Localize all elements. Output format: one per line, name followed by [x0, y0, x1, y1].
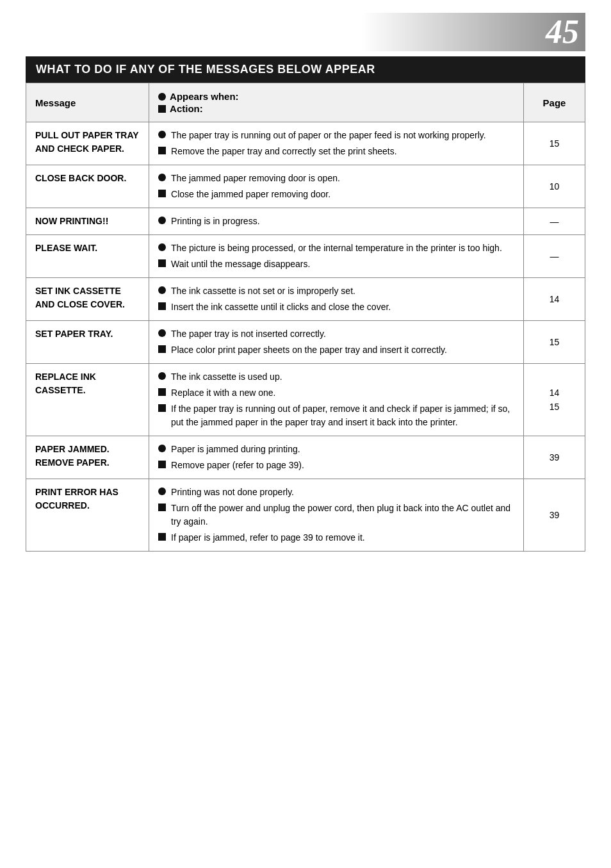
table-row: PLEASE WAIT.The picture is being process…	[26, 235, 585, 278]
action-text: If the paper tray is running out of pape…	[171, 402, 514, 429]
square-bullet-icon	[158, 504, 166, 511]
circle-bullet-icon	[158, 286, 166, 294]
action-text: Paper is jammed during printing.	[171, 443, 514, 456]
circle-bullet-icon	[158, 243, 166, 251]
message-cell: REPLACE INK CASSETTE.	[26, 364, 149, 436]
action-cell: The ink cassette is used up.Replace it w…	[149, 364, 524, 436]
action-text: If paper is jammed, refer to page 39 to …	[171, 531, 514, 545]
page-number-bar: 45	[26, 13, 585, 51]
page-ref: 14	[550, 388, 560, 398]
page-cell: 1415	[523, 364, 585, 436]
action-item: Close the jammed paper removing door.	[158, 188, 514, 201]
action-text: The picture is being processed, or the i…	[171, 242, 514, 255]
circle-bullet-icon	[158, 131, 166, 138]
action-text: The ink cassette is not set or is improp…	[171, 284, 514, 298]
page-cell: 14	[523, 278, 585, 321]
message-cell: SET INK CASSETTE AND CLOSE COVER.	[26, 278, 149, 321]
page-cell: 10	[523, 165, 585, 208]
message-cell: PLEASE WAIT.	[26, 235, 149, 278]
action-item: Replace it with a new one.	[158, 386, 514, 400]
action-item: Wait until the message disappears.	[158, 258, 514, 271]
action-cell: The paper tray is not inserted correctly…	[149, 321, 524, 364]
action-text: Close the jammed paper removing door.	[171, 188, 514, 201]
square-bullet-icon	[158, 533, 166, 541]
circle-bullet-icon	[158, 445, 166, 452]
action-item: Insert the ink cassette until it clicks …	[158, 300, 514, 314]
action-text: Printing was not done properly.	[171, 486, 514, 499]
square-icon	[158, 105, 166, 113]
table-row: REPLACE INK CASSETTE.The ink cassette is…	[26, 364, 585, 436]
header-page: Page	[523, 83, 585, 122]
square-bullet-icon	[158, 404, 166, 412]
action-text: The paper tray is running out of paper o…	[171, 129, 514, 142]
message-cell: SET PAPER TRAY.	[26, 321, 149, 364]
action-cell: Printing is in progress.	[149, 208, 524, 235]
table-row: SET PAPER TRAY.The paper tray is not ins…	[26, 321, 585, 364]
circle-bullet-icon	[158, 217, 166, 224]
action-item: Place color print paper sheets on the pa…	[158, 343, 514, 357]
action-text: Place color print paper sheets on the pa…	[171, 343, 514, 357]
table-row: SET INK CASSETTE AND CLOSE COVER.The ink…	[26, 278, 585, 321]
square-bullet-icon	[158, 259, 166, 267]
action-item: Paper is jammed during printing.	[158, 443, 514, 456]
action-item: Remove paper (refer to page 39).	[158, 459, 514, 472]
action-text: Turn off the power and unplug the power …	[171, 502, 514, 528]
action-text: Remove paper (refer to page 39).	[171, 459, 514, 472]
page-ref: 15	[550, 402, 560, 412]
circle-bullet-icon	[158, 487, 166, 495]
action-text: Replace it with a new one.	[171, 386, 514, 400]
page-cell: 15	[523, 321, 585, 364]
table-row: CLOSE BACK DOOR.The jammed paper removin…	[26, 165, 585, 208]
action-text: Printing is in progress.	[171, 215, 514, 228]
action-item: The jammed paper removing door is open.	[158, 172, 514, 185]
action-item: The paper tray is running out of paper o…	[158, 129, 514, 142]
square-bullet-icon	[158, 302, 166, 310]
table-row: PRINT ERROR HAS OCCURRED.Printing was no…	[26, 479, 585, 552]
table-row: NOW PRINTING!!Printing is in progress.—	[26, 208, 585, 235]
header-message: Message	[26, 83, 149, 122]
action-cell: The ink cassette is not set or is improp…	[149, 278, 524, 321]
action-text: The paper tray is not inserted correctly…	[171, 327, 514, 341]
section-header: WHAT TO DO IF ANY OF THE MESSAGES BELOW …	[26, 56, 585, 83]
action-text: The jammed paper removing door is open.	[171, 172, 514, 185]
action-cell: Paper is jammed during printing.Remove p…	[149, 436, 524, 479]
table-row: PAPER JAMMED. REMOVE PAPER.Paper is jamm…	[26, 436, 585, 479]
page-number: 45	[546, 15, 579, 49]
message-cell: CLOSE BACK DOOR.	[26, 165, 149, 208]
action-cell: The paper tray is running out of paper o…	[149, 122, 524, 165]
messages-table: Message Appears when: Action: Page PULL …	[26, 83, 585, 552]
action-item: If the paper tray is running out of pape…	[158, 402, 514, 429]
square-bullet-icon	[158, 147, 166, 154]
page-cell: —	[523, 235, 585, 278]
action-text: Wait until the message disappears.	[171, 258, 514, 271]
action-item: Remove the paper tray and correctly set …	[158, 145, 514, 158]
page-cell: 39	[523, 479, 585, 552]
action-item: The paper tray is not inserted correctly…	[158, 327, 514, 341]
square-bullet-icon	[158, 461, 166, 468]
page-cell: —	[523, 208, 585, 235]
action-cell: The picture is being processed, or the i…	[149, 235, 524, 278]
square-bullet-icon	[158, 190, 166, 197]
square-bullet-icon	[158, 345, 166, 353]
circle-bullet-icon	[158, 372, 166, 380]
action-item: The ink cassette is not set or is improp…	[158, 284, 514, 298]
square-bullet-icon	[158, 388, 166, 396]
message-cell: PAPER JAMMED. REMOVE PAPER.	[26, 436, 149, 479]
circle-bullet-icon	[158, 174, 166, 181]
action-item: Printing is in progress.	[158, 215, 514, 228]
action-cell: The jammed paper removing door is open.C…	[149, 165, 524, 208]
action-text: Insert the ink cassette until it clicks …	[171, 300, 514, 314]
table-row: PULL OUT PAPER TRAY AND CHECK PAPER.The …	[26, 122, 585, 165]
message-cell: PRINT ERROR HAS OCCURRED.	[26, 479, 149, 552]
action-item: Printing was not done properly.	[158, 486, 514, 499]
page-cell: 39	[523, 436, 585, 479]
action-item: Turn off the power and unplug the power …	[158, 502, 514, 528]
message-cell: NOW PRINTING!!	[26, 208, 149, 235]
action-text: Remove the paper tray and correctly set …	[171, 145, 514, 158]
message-cell: PULL OUT PAPER TRAY AND CHECK PAPER.	[26, 122, 149, 165]
action-item: The picture is being processed, or the i…	[158, 242, 514, 255]
header-appears: Appears when: Action:	[149, 83, 524, 122]
action-cell: Printing was not done properly.Turn off …	[149, 479, 524, 552]
action-item: If paper is jammed, refer to page 39 to …	[158, 531, 514, 545]
page-cell: 15	[523, 122, 585, 165]
